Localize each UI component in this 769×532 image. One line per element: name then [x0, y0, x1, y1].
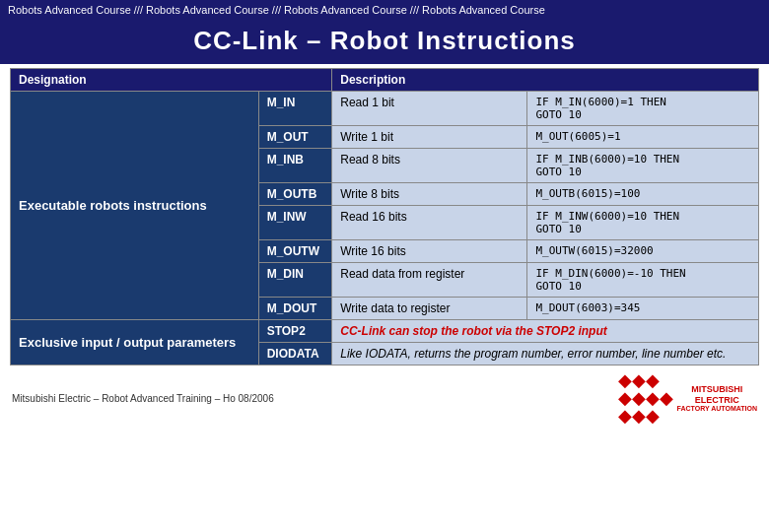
instruction-desc: Write 16 bits [332, 240, 527, 263]
mitsubishi-logo: ◆◆◆◆◆◆◆◆◆◆ MITSUBISHI ELECTRIC FACTORY A… [618, 371, 757, 425]
designation-cell-0: Executable robots instructions [11, 92, 259, 320]
mitsubishi-electric: ELECTRIC [677, 395, 757, 406]
factory-automation: FACTORY AUTOMATION [677, 405, 757, 412]
instruction-name: DIODATA [258, 343, 332, 366]
instruction-name: M_OUT [258, 126, 332, 149]
instruction-name: STOP2 [258, 320, 332, 343]
col-description: Description [332, 69, 759, 92]
instruction-code: IF M_INB(6000)=10 THEN GOTO 10 [527, 149, 759, 183]
mitsubishi-diamonds-icon: ◆◆◆◆◆◆◆◆◆◆ [618, 371, 673, 425]
designation-cell-1: Exclusive input / output parameters [11, 320, 259, 366]
instruction-code: IF M_IN(6000)=1 THEN GOTO 10 [527, 92, 759, 126]
instruction-desc: Read data from register [332, 263, 527, 298]
instruction-code: M_OUTB(6015)=100 [527, 183, 759, 206]
instruction-code: M_OUT(6005)=1 [527, 126, 759, 149]
instructions-table: Designation Description Executable robot… [10, 68, 759, 366]
instruction-name: M_IN [258, 92, 332, 126]
instruction-desc: Write 1 bit [332, 126, 527, 149]
instruction-name: M_INW [258, 206, 332, 240]
instruction-desc: Write 8 bits [332, 183, 527, 206]
footer: Mitsubishi Electric – Robot Advanced Tra… [0, 368, 769, 425]
col-designation: Designation [11, 69, 332, 92]
instruction-code: M_DOUT(6003)=345 [527, 298, 759, 320]
table-container: Designation Description Executable robot… [0, 68, 769, 366]
instruction-name: M_INB [258, 149, 332, 183]
ticker-bar: Robots Advanced Course /// Robots Advanc… [0, 0, 769, 20]
instruction-desc: Read 16 bits [332, 206, 527, 240]
footer-text: Mitsubishi Electric – Robot Advanced Tra… [12, 393, 274, 404]
instruction-desc: Like IODATA, returns the program number,… [332, 343, 759, 366]
instruction-desc: Read 8 bits [332, 149, 527, 183]
instruction-name: M_DOUT [258, 298, 332, 320]
instruction-code: IF M_INW(6000)=10 THEN GOTO 10 [527, 206, 759, 240]
main-title: CC-Link – Robot Instructions [0, 20, 769, 64]
instruction-name: M_OUTB [258, 183, 332, 206]
instruction-code: IF M_DIN(6000)=-10 THEN GOTO 10 [527, 263, 759, 298]
instruction-desc: CC-Link can stop the robot via the STOP2… [332, 320, 759, 343]
instruction-desc: Read 1 bit [332, 92, 527, 126]
mitsubishi-name: MITSUBISHI [677, 384, 757, 395]
instruction-desc: Write data to register [332, 298, 527, 320]
instruction-name: M_DIN [258, 263, 332, 298]
instruction-name: M_OUTW [258, 240, 332, 263]
instruction-code: M_OUTW(6015)=32000 [527, 240, 759, 263]
